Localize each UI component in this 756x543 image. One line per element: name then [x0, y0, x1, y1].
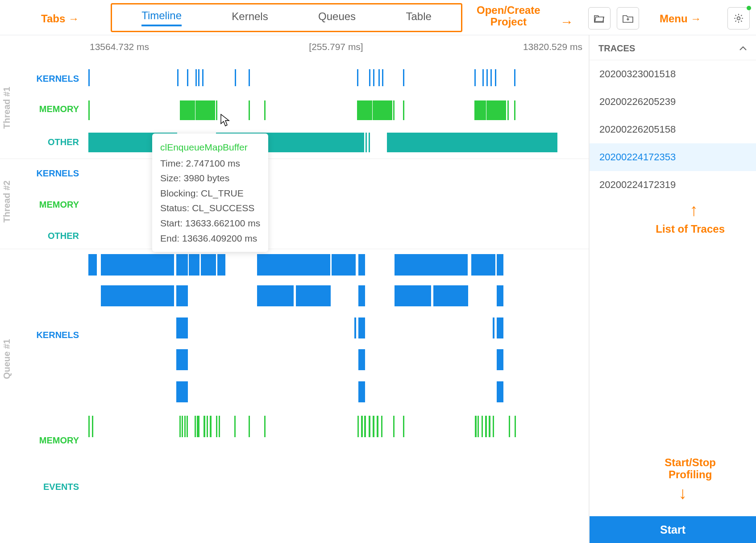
timeline-segment[interactable]	[366, 133, 367, 152]
timeline-segment[interactable]	[497, 349, 503, 370]
timeline-segment[interactable]	[486, 100, 506, 120]
timeline-segment[interactable]	[357, 69, 358, 86]
timeline-segment[interactable]	[369, 69, 370, 86]
timeline-segment[interactable]	[403, 69, 404, 86]
tab-kernels[interactable]: Kernels	[232, 10, 268, 25]
timeline-segment[interactable]	[381, 416, 382, 437]
timeline-segment[interactable]	[187, 416, 188, 437]
timeline-segment[interactable]	[495, 69, 496, 86]
timeline-segment[interactable]	[198, 69, 199, 86]
timeline-segment[interactable]	[482, 416, 483, 437]
timeline-segment[interactable]	[508, 133, 557, 152]
trace-item-selected[interactable]: 20200224172353	[590, 143, 756, 171]
timeline-segment[interactable]	[361, 416, 363, 437]
timeline-segment[interactable]	[88, 100, 90, 120]
timeline-segment[interactable]	[195, 100, 215, 120]
timeline-segment[interactable]	[497, 317, 503, 338]
timeline-segment[interactable]	[514, 69, 515, 86]
timeline-segment[interactable]	[497, 285, 503, 306]
timeline-segment[interactable]	[216, 100, 217, 120]
timeline-segment[interactable]	[216, 416, 217, 437]
timeline-segment[interactable]	[369, 416, 370, 437]
timeline-segment[interactable]	[296, 285, 331, 306]
timeline-segment[interactable]	[358, 317, 365, 338]
open-project-button[interactable]	[588, 7, 611, 29]
traces-header[interactable]: TRACES	[590, 35, 756, 60]
timeline-segment[interactable]	[217, 254, 225, 276]
timeline-segment[interactable]	[493, 416, 494, 437]
tab-queues[interactable]: Queues	[318, 10, 356, 25]
timeline-segment[interactable]	[176, 254, 188, 276]
timeline-segment[interactable]	[257, 285, 294, 306]
timeline-segment[interactable]	[395, 254, 468, 276]
timeline-segment[interactable]	[395, 285, 431, 306]
timeline-segment[interactable]	[92, 416, 93, 437]
timeline-segment[interactable]	[257, 254, 330, 276]
timeline-segment[interactable]	[507, 100, 509, 120]
timeline-segment[interactable]	[480, 133, 481, 152]
timeline-segment[interactable]	[204, 416, 205, 437]
trace-item[interactable]: 20200224172319	[590, 171, 756, 199]
timeline-segment[interactable]	[184, 416, 186, 437]
timeline-segment[interactable]	[509, 416, 510, 437]
timeline-segment[interactable]	[332, 254, 356, 276]
timeline-segment[interactable]	[219, 416, 220, 437]
timeline-segment[interactable]	[387, 133, 521, 152]
timeline-segment[interactable]	[378, 69, 380, 86]
timeline-segment[interactable]	[490, 133, 492, 152]
timeline-segment[interactable]	[176, 285, 188, 306]
create-project-button[interactable]	[617, 7, 639, 29]
timeline-segment[interactable]	[357, 100, 372, 120]
timeline-segment[interactable]	[497, 381, 503, 402]
timeline-segment[interactable]	[264, 416, 266, 437]
timeline-segment[interactable]	[377, 416, 378, 437]
timeline-segment[interactable]	[249, 69, 250, 86]
timeline-segment[interactable]	[393, 416, 395, 437]
timeline-segment[interactable]	[182, 416, 183, 437]
timeline-segment[interactable]	[357, 416, 359, 437]
timeline-segment[interactable]	[433, 285, 468, 306]
timeline-segment[interactable]	[189, 254, 199, 276]
timeline-segment[interactable]	[264, 100, 266, 120]
timeline-segment[interactable]	[176, 381, 188, 402]
timeline-segment[interactable]	[369, 133, 370, 152]
timeline-segment[interactable]	[101, 285, 174, 306]
timeline-segment[interactable]	[198, 416, 199, 437]
timeline-tracks[interactable]	[83, 35, 589, 543]
timeline-segment[interactable]	[358, 349, 365, 370]
start-profiling-button[interactable]: Start	[590, 516, 756, 543]
timeline-segment[interactable]	[176, 317, 188, 338]
menu-button[interactable]	[727, 7, 750, 29]
timeline-view[interactable]: 13564.732 ms [255.797 ms] 13820.529 ms T…	[0, 35, 589, 543]
timeline-segment[interactable]	[249, 416, 250, 437]
tab-table[interactable]: Table	[406, 10, 431, 25]
trace-item[interactable]: 20200226205239	[590, 88, 756, 116]
timeline-segment[interactable]	[403, 100, 404, 120]
timeline-segment[interactable]	[515, 416, 516, 437]
timeline-segment[interactable]	[486, 69, 488, 86]
timeline-segment[interactable]	[358, 381, 365, 402]
timeline-segment[interactable]	[176, 349, 188, 370]
timeline-segment[interactable]	[358, 285, 365, 306]
timeline-segment[interactable]	[482, 69, 484, 86]
timeline-segment[interactable]	[471, 254, 495, 276]
timeline-segment[interactable]	[177, 69, 179, 86]
timeline-segment[interactable]	[373, 100, 392, 120]
timeline-segment[interactable]	[382, 69, 383, 86]
timeline-segment[interactable]	[486, 133, 488, 152]
timeline-segment[interactable]	[187, 69, 188, 86]
timeline-segment[interactable]	[373, 69, 374, 86]
timeline-segment[interactable]	[489, 416, 490, 437]
timeline-segment[interactable]	[403, 416, 404, 437]
timeline-segment[interactable]	[210, 416, 212, 437]
timeline-segment[interactable]	[358, 254, 365, 276]
timeline-segment[interactable]	[497, 254, 503, 276]
timeline-segment[interactable]	[202, 69, 204, 86]
timeline-segment[interactable]	[373, 416, 374, 437]
timeline-segment[interactable]	[88, 416, 90, 437]
timeline-segment[interactable]	[485, 416, 487, 437]
timeline-segment[interactable]	[235, 69, 236, 86]
timeline-segment[interactable]	[101, 254, 174, 276]
timeline-segment[interactable]	[234, 416, 236, 437]
tab-timeline[interactable]: Timeline	[141, 9, 182, 26]
